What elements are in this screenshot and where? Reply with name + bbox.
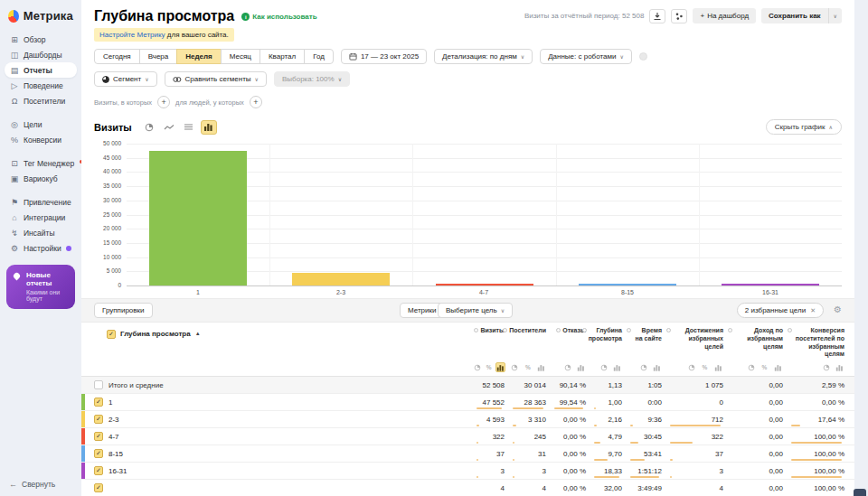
percent-toggle-icon[interactable]: % (699, 362, 711, 372)
bar-toggle-icon[interactable] (495, 362, 505, 372)
favorite-goals-pill[interactable]: 2 избранные цели ✕ (737, 303, 824, 318)
table-row-2-3[interactable]: ✓2-34 5933 3100,00 %2,169:367120,0017,64… (81, 410, 854, 427)
percent-toggle-icon[interactable]: % (759, 362, 770, 372)
sidebar-item-acquisition[interactable]: ⚑Привлечение (5, 194, 77, 210)
group-column-checkbox[interactable]: ✓ (107, 330, 116, 339)
tab-Неделя[interactable]: Неделя (176, 49, 222, 64)
pie-toggle-icon[interactable] (637, 362, 649, 372)
collapse-sidebar-button[interactable]: ← Свернуть (9, 480, 55, 489)
sidebar-item-variocube[interactable]: ▣Вариокуб (5, 171, 77, 186)
how-to-use-link[interactable]: i Как использовать (241, 13, 316, 21)
metric-radio[interactable] (582, 328, 587, 332)
percent-toggle-icon[interactable]: % (485, 362, 495, 372)
detalization-dropdown[interactable]: Детализация: по дням∨ (434, 49, 533, 64)
share-button[interactable] (671, 9, 687, 23)
metric-radio[interactable] (666, 328, 671, 332)
sidebar-item-reports[interactable]: ▤Отчеты (5, 62, 77, 78)
compare-segments-button[interactable]: Сравнить сегменты∨ (165, 71, 267, 87)
pie-toggle-icon[interactable] (598, 362, 609, 372)
tab-Год[interactable]: Год (304, 49, 334, 64)
chart-bar-8-15[interactable] (579, 284, 676, 285)
chart-type-bar-button[interactable] (201, 120, 217, 135)
add-visits-filter-button[interactable]: + (157, 96, 170, 108)
chart-type-stacked-button[interactable] (181, 120, 197, 135)
pie-toggle-icon[interactable] (561, 362, 573, 372)
close-icon[interactable]: ✕ (810, 307, 816, 314)
metric-column-header[interactable]: Конверсия посетителей по избранным целям (788, 327, 849, 359)
pie-toggle-icon[interactable] (820, 362, 832, 372)
table-row-1[interactable]: ✓147 55228 36399,54 %1,000:0000,000,00 % (81, 393, 854, 410)
new-reports-promo-card[interactable]: Новые отчеты Какими они будут (6, 265, 75, 309)
bar-toggle-icon[interactable] (575, 362, 587, 372)
tab-Сегодня[interactable]: Сегодня (94, 49, 140, 64)
metric-radio[interactable] (474, 328, 478, 332)
chart-bar-16-31[interactable] (722, 284, 819, 285)
table-row-8-15[interactable]: ✓8-1537310,00 %9,7053:41370,00100,00 % (81, 445, 854, 462)
sidebar-item-tag-manager[interactable]: ⊡Тег Менеджер (5, 155, 77, 171)
table-row-partial[interactable]: ✓440,00 %32,003:49:4940,00100,00 % (81, 479, 854, 496)
bar-toggle-icon[interactable] (611, 362, 623, 372)
sidebar-item-conversions[interactable]: %Конверсии (5, 132, 77, 147)
sidebar-item-visitors[interactable]: ΩПосетители (5, 93, 77, 108)
row-checkbox[interactable]: ✓ (94, 432, 103, 441)
bar-toggle-icon[interactable] (535, 362, 547, 372)
sidebar-item-overview[interactable]: ⊞Обзор (5, 32, 77, 47)
table-row-4-7[interactable]: ✓4-73222450,00 %4,7930:453220,00100,00 % (81, 427, 854, 445)
gear-icon[interactable]: ⚙ (834, 304, 842, 314)
table-row-16-31[interactable]: ✓16-31330,00 %18,331:51:1230,00100,00 % (81, 462, 854, 479)
add-people-filter-button[interactable]: + (250, 96, 262, 108)
metric-column-header[interactable]: Доход по избранным целям (728, 327, 788, 351)
segment-button[interactable]: Сегмент∨ (94, 71, 157, 87)
choose-goal-dropdown[interactable]: Выберите цель∨ (438, 303, 513, 318)
hide-chart-button[interactable]: Скрыть график∧ (766, 119, 842, 135)
chart-type-pie-button[interactable] (141, 120, 157, 135)
row-checkbox[interactable]: ✓ (94, 483, 103, 492)
sort-asc-icon[interactable]: ▲ (195, 331, 201, 336)
bar-toggle-icon[interactable] (651, 362, 663, 372)
tab-Вчера[interactable]: Вчера (139, 49, 178, 64)
metric-radio[interactable] (788, 328, 792, 332)
download-button[interactable] (649, 9, 665, 23)
metric-column-header[interactable]: Глубина просмотра (590, 327, 627, 343)
sidebar-item-goals[interactable]: ◎Цели (5, 117, 77, 132)
metric-radio[interactable] (556, 328, 561, 332)
chart-bar-2-3[interactable] (292, 273, 390, 285)
pie-toggle-icon[interactable] (509, 362, 521, 372)
groupings-button[interactable]: Группировки (94, 303, 153, 318)
chart-bar-1[interactable] (149, 151, 247, 285)
row-checkbox[interactable]: ✓ (94, 466, 103, 475)
metric-radio[interactable] (728, 328, 732, 332)
totals-checkbox[interactable]: ✓ (94, 380, 103, 389)
bar-toggle-icon[interactable] (712, 362, 724, 372)
pie-toggle-icon[interactable] (473, 362, 483, 372)
setup-metrica-link[interactable]: Настройте Метрику (99, 31, 165, 39)
sidebar-item-integrations[interactable]: ⌂Интеграции (5, 210, 77, 225)
sidebar-item-dashboards[interactable]: ◫Дашборды (5, 47, 77, 62)
metric-column-header[interactable]: Посетители (509, 327, 551, 335)
metric-column-header[interactable]: Достижения избранных целей (666, 327, 728, 351)
tab-Квартал[interactable]: Квартал (259, 49, 305, 64)
data-mode-dropdown[interactable]: Данные: с роботами∨ (540, 49, 632, 64)
percent-toggle-icon[interactable]: % (523, 362, 534, 372)
chart-bar-4-7[interactable] (436, 284, 533, 285)
save-as-dropdown-button[interactable]: ∨ (828, 8, 842, 23)
floating-corner-button[interactable] (854, 489, 854, 496)
metric-column-header[interactable]: Время на сайте (627, 327, 666, 343)
sidebar-item-behavior[interactable]: ▷Поведение (5, 78, 77, 93)
bar-toggle-icon[interactable] (834, 362, 845, 372)
metric-radio[interactable] (627, 328, 631, 332)
sidebar-item-settings[interactable]: ⚙Настройки (5, 240, 77, 256)
help-icon[interactable] (639, 52, 647, 61)
row-checkbox[interactable]: ✓ (94, 449, 103, 458)
sidebar-item-insights[interactable]: ↯Инсайты (5, 225, 77, 240)
row-checkbox[interactable]: ✓ (94, 415, 103, 424)
metrica-logo[interactable]: Метрика (5, 7, 77, 32)
totals-row[interactable]: ✓ Итого и средние 52 50830 01490,14 %1,1… (81, 376, 854, 393)
pie-toggle-icon[interactable] (745, 362, 757, 372)
bar-toggle-icon[interactable] (772, 362, 784, 372)
date-range-button[interactable]: 17 — 23 окт 2025 (341, 49, 427, 64)
chart-type-line-button[interactable] (161, 120, 177, 135)
pie-toggle-icon[interactable] (685, 362, 697, 372)
save-as-button[interactable]: Сохранить как (761, 8, 828, 23)
tab-Месяц[interactable]: Месяц (221, 49, 260, 64)
